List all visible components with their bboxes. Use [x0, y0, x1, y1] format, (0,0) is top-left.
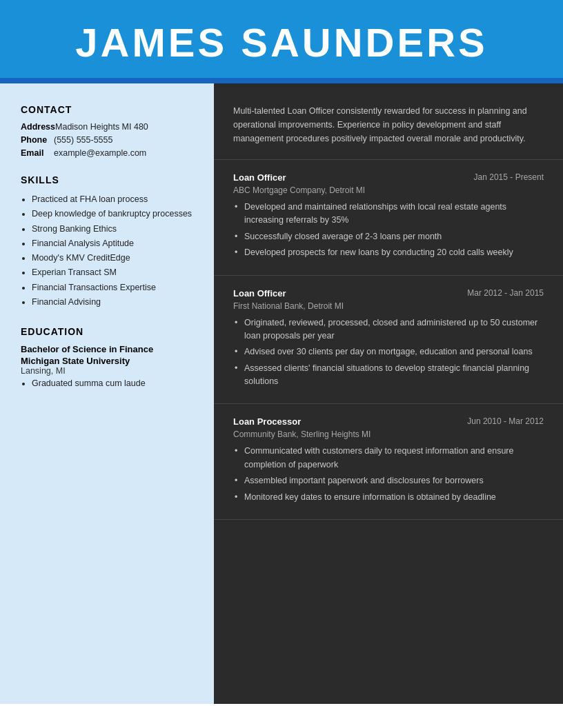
skill-item: Moody's KMV CreditEdge — [32, 251, 200, 265]
left-column: CONTACT Address Madison Heights MI 480 P… — [0, 83, 214, 704]
skills-section-title: SKILLS — [21, 174, 200, 185]
email-label: Email — [21, 148, 54, 158]
skill-item: Practiced at FHA loan process — [32, 192, 200, 207]
edu-school: Michigan State University — [21, 356, 200, 366]
skills-list: Practiced at FHA loan processDeep knowle… — [21, 192, 200, 310]
edu-degree: Bachelor of Science in Finance — [21, 344, 200, 354]
address-label: Address — [21, 122, 55, 132]
skill-item: Financial Advising — [32, 295, 200, 310]
job-date-0: Jan 2015 - Present — [474, 172, 544, 183]
job-bullets-2: Communicated with customers daily to req… — [233, 445, 544, 504]
job-company-1: First National Bank, Detroit MI — [233, 301, 544, 311]
phone-label: Phone — [21, 135, 54, 145]
job-title-2: Loan Processor — [233, 416, 301, 427]
bullet-item: Assembled important paperwork and disclo… — [233, 474, 544, 487]
skill-item: Experian Transact SM — [32, 265, 200, 280]
job-company-2: Community Bank, Sterling Heights MI — [233, 429, 544, 439]
candidate-name: JAMES SAUNDERS — [14, 19, 549, 65]
skill-item: Strong Banking Ethics — [32, 222, 200, 236]
skill-item: Financial Transactions Expertise — [32, 281, 200, 295]
contact-section-title: CONTACT — [21, 104, 200, 115]
bullet-item: Developed and maintained relationships w… — [233, 201, 544, 228]
contact-phone: Phone (555) 555-5555 — [21, 135, 200, 145]
job-bullets-0: Developed and maintained relationships w… — [233, 201, 544, 260]
summary-section: Multi-talented Loan Officer consistently… — [214, 83, 563, 160]
job-title-0: Loan Officer — [233, 172, 286, 183]
email-value: example@example.com — [54, 148, 146, 158]
bullet-item: Successfully closed average of 2-3 loans… — [233, 230, 544, 243]
edu-note-list: Graduated summa cum laude — [21, 378, 200, 388]
job-section-2: Loan Processor Jun 2010 - Mar 2012 Commu… — [214, 404, 563, 520]
contact-address: Address Madison Heights MI 480 — [21, 122, 200, 132]
summary-text: Multi-talented Loan Officer consistently… — [233, 104, 544, 145]
job-header-2: Loan Processor Jun 2010 - Mar 2012 — [233, 416, 544, 427]
job-header-1: Loan Officer Mar 2012 - Jan 2015 — [233, 288, 544, 299]
right-column: Multi-talented Loan Officer consistently… — [214, 83, 563, 704]
skill-item: Deep knowledge of bankruptcy processes — [32, 207, 200, 221]
skill-item: Financial Analysis Aptitude — [32, 236, 200, 251]
edu-note-item: Graduated summa cum laude — [32, 378, 200, 388]
job-section-0: Loan Officer Jan 2015 - Present ABC Mort… — [214, 160, 563, 276]
contact-email: Email example@example.com — [21, 148, 200, 158]
main-content: CONTACT Address Madison Heights MI 480 P… — [0, 83, 563, 704]
job-bullets-1: Originated, reviewed, processed, closed … — [233, 316, 544, 389]
bullet-item: Originated, reviewed, processed, closed … — [233, 316, 544, 343]
job-date-2: Jun 2010 - Mar 2012 — [467, 416, 544, 427]
job-title-1: Loan Officer — [233, 288, 286, 299]
address-value: Madison Heights MI 480 — [55, 122, 148, 132]
job-company-0: ABC Mortgage Company, Detroit MI — [233, 185, 544, 195]
edu-location: Lansing, MI — [21, 366, 200, 376]
job-header-0: Loan Officer Jan 2015 - Present — [233, 172, 544, 183]
resume-header: JAMES SAUNDERS — [0, 0, 563, 78]
bullet-item: Communicated with customers daily to req… — [233, 445, 544, 472]
bullet-item: Assessed clients' financial situations t… — [233, 362, 544, 389]
education-section-title: EDUCATION — [21, 326, 200, 337]
phone-value: (555) 555-5555 — [54, 135, 112, 145]
header-bar — [0, 78, 563, 83]
job-date-1: Mar 2012 - Jan 2015 — [467, 288, 544, 299]
job-section-1: Loan Officer Mar 2012 - Jan 2015 First N… — [214, 276, 563, 405]
bullet-item: Developed prospects for new loans by con… — [233, 246, 544, 259]
bullet-item: Monitored key dates to ensure informatio… — [233, 491, 544, 504]
bullet-item: Advised over 30 clients per day on mortg… — [233, 345, 544, 358]
